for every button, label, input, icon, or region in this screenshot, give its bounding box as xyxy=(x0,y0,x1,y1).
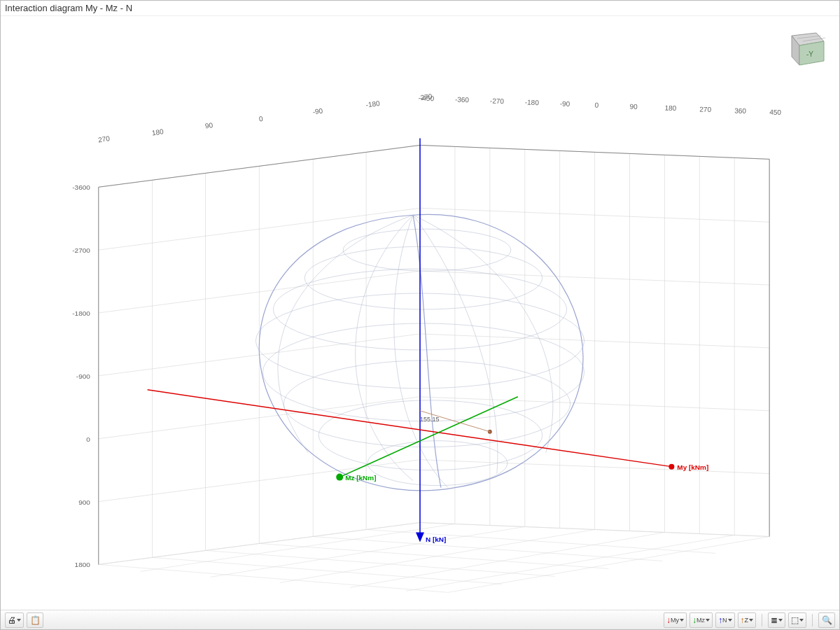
svg-point-68 xyxy=(304,246,542,309)
svg-text:Mz [kNm]: Mz [kNm] xyxy=(345,474,376,482)
svg-text:My [kNm]: My [kNm] xyxy=(677,463,708,471)
grid-back-wall xyxy=(99,145,769,564)
svg-text:270: 270 xyxy=(98,134,111,144)
svg-point-82 xyxy=(336,474,343,481)
layers-button[interactable]: ≣ xyxy=(768,612,785,628)
svg-line-35 xyxy=(313,536,662,561)
svg-line-78 xyxy=(148,390,672,467)
view-cube[interactable]: -Y xyxy=(778,29,827,69)
svg-line-34 xyxy=(259,543,608,568)
svg-point-79 xyxy=(668,464,674,470)
svg-text:-3600: -3600 xyxy=(72,183,90,191)
svg-text:-1800: -1800 xyxy=(72,309,90,317)
svg-text:-Y: -Y xyxy=(806,50,813,58)
svg-text:-450: -450 xyxy=(420,94,435,103)
svg-line-38 xyxy=(211,526,525,577)
axis-n-button[interactable]: ↑ N xyxy=(715,612,735,628)
svg-point-72 xyxy=(284,360,570,447)
svg-text:270: 270 xyxy=(699,105,711,113)
clipboard-icon: 📋 xyxy=(30,616,41,624)
toolbar-bottom: 🖨 📋 ↓ My ↓ Mz ↑ N ↑ Z ≣ ⬚ 🔍 xyxy=(1,610,839,629)
svg-text:0: 0 xyxy=(595,101,599,108)
svg-point-74 xyxy=(368,441,507,486)
svg-text:N [kN]: N [kN] xyxy=(426,536,446,543)
svg-text:-90: -90 xyxy=(560,99,570,108)
axis-z-label: Z xyxy=(745,617,749,624)
svg-text:-360: -360 xyxy=(455,96,470,104)
copy-button[interactable]: 📋 xyxy=(27,612,43,628)
layers-icon: ≣ xyxy=(771,616,778,624)
svg-text:450: 450 xyxy=(769,108,781,116)
tick-labels-My: -450 -360 -270 -180 -90 0 90 180 270 360… xyxy=(420,94,782,117)
axis-mz-label: Mz xyxy=(696,617,705,624)
svg-text:90: 90 xyxy=(204,121,214,130)
tick-labels-N: -3600 -2700 -1800 -900 0 900 1800 xyxy=(72,183,90,568)
svg-text:360: 360 xyxy=(734,106,746,115)
svg-marker-76 xyxy=(416,532,424,542)
svg-line-33 xyxy=(206,550,555,576)
svg-line-32 xyxy=(153,557,502,584)
svg-text:180: 180 xyxy=(664,104,676,112)
view3d-button[interactable]: ⬚ xyxy=(788,612,806,628)
axis-my-button[interactable]: ↓ My xyxy=(664,612,687,628)
magnifier-icon: 🔍 xyxy=(822,616,832,624)
svg-text:90: 90 xyxy=(629,102,638,110)
print-button[interactable]: 🖨 xyxy=(5,612,24,628)
svg-text:0: 0 xyxy=(86,435,90,443)
svg-text:1800: 1800 xyxy=(75,561,91,568)
printer-icon: 🖨 xyxy=(8,616,16,624)
svg-text:155.15: 155.15 xyxy=(420,416,439,423)
tick-labels-Mz: 270 180 90 0 -90 -180 -270 xyxy=(98,92,433,144)
data-point: 155.15 xyxy=(420,411,492,434)
svg-text:-270: -270 xyxy=(490,97,505,106)
axis-z-button[interactable]: ↑ Z xyxy=(738,612,757,628)
svg-point-73 xyxy=(318,400,542,470)
grid-floor xyxy=(99,523,769,593)
axis-my-label: My xyxy=(671,617,679,624)
svg-marker-31 xyxy=(99,523,769,593)
diagram-viewport[interactable]: -3600 -2700 -1800 -900 0 900 1800 270 18… xyxy=(1,16,839,610)
axis-mz-button[interactable]: ↓ Mz xyxy=(690,612,713,628)
svg-text:900: 900 xyxy=(78,498,90,506)
axis-box xyxy=(99,145,769,564)
svg-line-37 xyxy=(141,524,455,571)
svg-text:0: 0 xyxy=(258,115,263,123)
svg-text:180: 180 xyxy=(151,127,164,136)
svg-line-40 xyxy=(350,532,664,587)
svg-point-71 xyxy=(262,323,584,421)
svg-text:-180: -180 xyxy=(525,99,540,107)
svg-text:-2700: -2700 xyxy=(72,246,90,254)
principal-axes: N [kN] My [kNm] Mz [kNm] xyxy=(148,138,709,543)
reset-view-button[interactable]: 🔍 xyxy=(818,612,835,628)
svg-text:-180: -180 xyxy=(365,99,381,109)
svg-text:-900: -900 xyxy=(76,372,90,380)
cube-icon: ⬚ xyxy=(791,616,799,624)
axis-n-label: N xyxy=(722,617,727,624)
svg-text:-90: -90 xyxy=(312,106,323,115)
page-title: Interaction diagram My - Mz - N xyxy=(1,1,839,16)
